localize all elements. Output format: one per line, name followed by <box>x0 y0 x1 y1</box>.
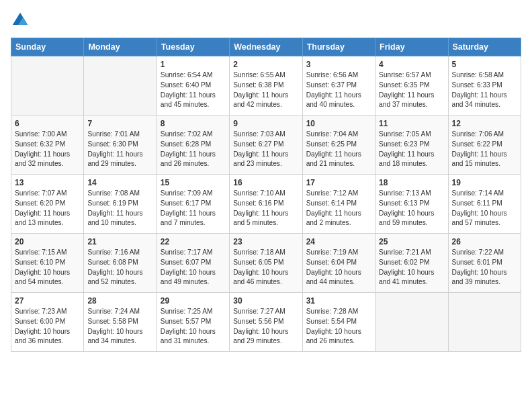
week-row-2: 6Sunrise: 7:00 AM Sunset: 6:32 PM Daylig… <box>11 116 521 175</box>
calendar-cell: 1Sunrise: 6:54 AM Sunset: 6:40 PM Daylig… <box>157 56 229 116</box>
day-info: Sunrise: 7:28 AM Sunset: 5:54 PM Dayligh… <box>306 307 371 347</box>
day-number: 3 <box>306 60 371 69</box>
day-info: Sunrise: 7:03 AM Sunset: 6:27 PM Dayligh… <box>233 130 298 169</box>
day-number: 11 <box>379 119 444 128</box>
calendar-cell: 27Sunrise: 7:23 AM Sunset: 6:00 PM Dayli… <box>11 293 84 352</box>
day-number: 22 <box>161 237 226 246</box>
calendar-cell: 26Sunrise: 7:22 AM Sunset: 6:01 PM Dayli… <box>448 234 521 293</box>
calendar-cell: 12Sunrise: 7:06 AM Sunset: 6:22 PM Dayli… <box>448 116 521 175</box>
day-info: Sunrise: 7:06 AM Sunset: 6:22 PM Dayligh… <box>452 130 517 169</box>
day-info: Sunrise: 7:12 AM Sunset: 6:14 PM Dayligh… <box>306 189 371 228</box>
calendar-cell: 7Sunrise: 7:01 AM Sunset: 6:30 PM Daylig… <box>84 116 157 175</box>
day-number: 28 <box>87 296 152 306</box>
day-info: Sunrise: 7:05 AM Sunset: 6:23 PM Dayligh… <box>379 130 444 169</box>
day-info: Sunrise: 7:08 AM Sunset: 6:19 PM Dayligh… <box>87 189 152 228</box>
day-number: 19 <box>452 178 517 187</box>
day-info: Sunrise: 7:17 AM Sunset: 6:07 PM Dayligh… <box>161 248 226 287</box>
day-header-monday: Monday <box>84 38 157 56</box>
day-number: 20 <box>15 237 80 246</box>
day-info: Sunrise: 7:04 AM Sunset: 6:25 PM Dayligh… <box>306 130 371 169</box>
logo <box>11 11 32 30</box>
week-row-4: 20Sunrise: 7:15 AM Sunset: 6:10 PM Dayli… <box>11 234 521 293</box>
days-header-row: SundayMondayTuesdayWednesdayThursdayFrid… <box>11 38 521 56</box>
day-info: Sunrise: 7:13 AM Sunset: 6:13 PM Dayligh… <box>379 189 444 228</box>
calendar-cell: 16Sunrise: 7:10 AM Sunset: 6:16 PM Dayli… <box>230 175 302 234</box>
calendar-cell: 30Sunrise: 7:27 AM Sunset: 5:56 PM Dayli… <box>230 293 302 352</box>
day-header-sunday: Sunday <box>11 38 84 56</box>
day-number: 10 <box>306 119 371 128</box>
day-info: Sunrise: 7:27 AM Sunset: 5:56 PM Dayligh… <box>233 307 298 347</box>
day-number: 16 <box>233 178 298 187</box>
day-number: 7 <box>87 119 152 128</box>
day-number: 27 <box>15 296 80 306</box>
week-row-5: 27Sunrise: 7:23 AM Sunset: 6:00 PM Dayli… <box>11 293 521 352</box>
calendar-cell: 13Sunrise: 7:07 AM Sunset: 6:20 PM Dayli… <box>11 175 84 234</box>
day-info: Sunrise: 7:15 AM Sunset: 6:10 PM Dayligh… <box>15 248 80 287</box>
calendar-cell <box>448 293 521 352</box>
day-number: 18 <box>379 178 444 187</box>
day-number: 12 <box>452 119 517 128</box>
calendar-cell: 9Sunrise: 7:03 AM Sunset: 6:27 PM Daylig… <box>230 116 302 175</box>
day-info: Sunrise: 7:00 AM Sunset: 6:32 PM Dayligh… <box>15 130 80 169</box>
calendar-cell: 20Sunrise: 7:15 AM Sunset: 6:10 PM Dayli… <box>11 234 84 293</box>
day-info: Sunrise: 7:01 AM Sunset: 6:30 PM Dayligh… <box>87 130 152 169</box>
day-info: Sunrise: 7:19 AM Sunset: 6:04 PM Dayligh… <box>306 248 371 287</box>
day-info: Sunrise: 6:57 AM Sunset: 6:35 PM Dayligh… <box>379 71 444 110</box>
calendar-cell: 4Sunrise: 6:57 AM Sunset: 6:35 PM Daylig… <box>375 56 448 116</box>
calendar-cell: 3Sunrise: 6:56 AM Sunset: 6:37 PM Daylig… <box>302 56 375 116</box>
day-info: Sunrise: 7:14 AM Sunset: 6:11 PM Dayligh… <box>452 189 517 228</box>
day-info: Sunrise: 7:21 AM Sunset: 6:02 PM Dayligh… <box>379 248 444 287</box>
calendar-table: SundayMondayTuesdayWednesdayThursdayFrid… <box>11 38 521 352</box>
day-info: Sunrise: 7:23 AM Sunset: 6:00 PM Dayligh… <box>15 307 80 347</box>
day-header-wednesday: Wednesday <box>230 38 302 56</box>
day-number: 9 <box>233 119 298 128</box>
day-number: 17 <box>306 178 371 187</box>
calendar-cell: 24Sunrise: 7:19 AM Sunset: 6:04 PM Dayli… <box>302 234 375 293</box>
day-header-tuesday: Tuesday <box>157 38 229 56</box>
day-number: 29 <box>161 296 226 306</box>
calendar-cell: 8Sunrise: 7:02 AM Sunset: 6:28 PM Daylig… <box>157 116 229 175</box>
day-info: Sunrise: 6:54 AM Sunset: 6:40 PM Dayligh… <box>161 71 226 110</box>
calendar-cell: 15Sunrise: 7:09 AM Sunset: 6:17 PM Dayli… <box>157 175 229 234</box>
day-info: Sunrise: 6:58 AM Sunset: 6:33 PM Dayligh… <box>452 71 517 110</box>
day-info: Sunrise: 6:55 AM Sunset: 6:38 PM Dayligh… <box>233 71 298 110</box>
day-info: Sunrise: 7:10 AM Sunset: 6:16 PM Dayligh… <box>233 189 298 228</box>
day-info: Sunrise: 7:24 AM Sunset: 5:58 PM Dayligh… <box>87 307 152 347</box>
day-info: Sunrise: 7:16 AM Sunset: 6:08 PM Dayligh… <box>87 248 152 287</box>
day-number: 30 <box>233 296 298 306</box>
calendar-cell: 5Sunrise: 6:58 AM Sunset: 6:33 PM Daylig… <box>448 56 521 116</box>
calendar-cell: 23Sunrise: 7:18 AM Sunset: 6:05 PM Dayli… <box>230 234 302 293</box>
day-number: 23 <box>233 237 298 246</box>
day-info: Sunrise: 7:18 AM Sunset: 6:05 PM Dayligh… <box>233 248 298 287</box>
day-number: 15 <box>161 178 226 187</box>
calendar-cell: 10Sunrise: 7:04 AM Sunset: 6:25 PM Dayli… <box>302 116 375 175</box>
calendar-cell: 19Sunrise: 7:14 AM Sunset: 6:11 PM Dayli… <box>448 175 521 234</box>
day-info: Sunrise: 7:02 AM Sunset: 6:28 PM Dayligh… <box>161 130 226 169</box>
logo-icon <box>11 11 30 30</box>
day-number: 6 <box>15 119 80 128</box>
calendar-cell: 14Sunrise: 7:08 AM Sunset: 6:19 PM Dayli… <box>84 175 157 234</box>
day-number: 26 <box>452 237 517 246</box>
week-row-1: 1Sunrise: 6:54 AM Sunset: 6:40 PM Daylig… <box>11 56 521 116</box>
day-info: Sunrise: 7:22 AM Sunset: 6:01 PM Dayligh… <box>452 248 517 287</box>
day-info: Sunrise: 7:07 AM Sunset: 6:20 PM Dayligh… <box>15 189 80 228</box>
calendar-cell: 6Sunrise: 7:00 AM Sunset: 6:32 PM Daylig… <box>11 116 84 175</box>
calendar-cell <box>375 293 448 352</box>
day-info: Sunrise: 7:25 AM Sunset: 5:57 PM Dayligh… <box>161 307 226 347</box>
day-number: 1 <box>161 60 226 69</box>
day-header-friday: Friday <box>375 38 448 56</box>
day-number: 8 <box>161 119 226 128</box>
calendar-cell <box>84 56 157 116</box>
day-number: 13 <box>15 178 80 187</box>
day-number: 24 <box>306 237 371 246</box>
day-number: 31 <box>306 296 371 306</box>
day-header-thursday: Thursday <box>302 38 375 56</box>
calendar-cell: 18Sunrise: 7:13 AM Sunset: 6:13 PM Dayli… <box>375 175 448 234</box>
day-info: Sunrise: 6:56 AM Sunset: 6:37 PM Dayligh… <box>306 71 371 110</box>
day-number: 5 <box>452 60 517 69</box>
day-number: 14 <box>87 178 152 187</box>
page-header <box>11 11 521 30</box>
calendar-cell: 2Sunrise: 6:55 AM Sunset: 6:38 PM Daylig… <box>230 56 302 116</box>
calendar-cell: 28Sunrise: 7:24 AM Sunset: 5:58 PM Dayli… <box>84 293 157 352</box>
calendar-cell: 17Sunrise: 7:12 AM Sunset: 6:14 PM Dayli… <box>302 175 375 234</box>
